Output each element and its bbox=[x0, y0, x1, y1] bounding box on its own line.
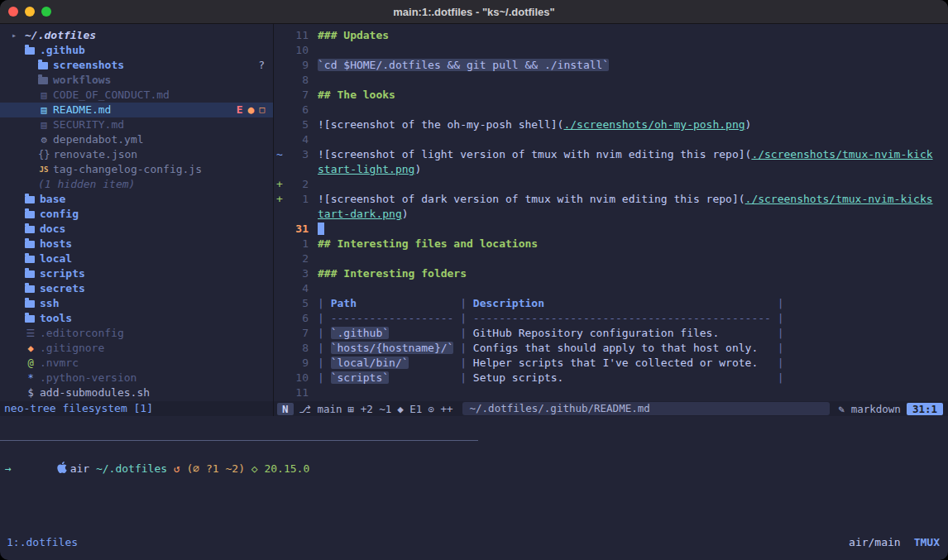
editor-line[interactable]: +2 bbox=[274, 177, 948, 192]
tree-item[interactable]: docs bbox=[0, 222, 273, 237]
tree-item[interactable]: *.python-version bbox=[0, 371, 273, 385]
editor-line[interactable]: 3### Interesting folders bbox=[274, 266, 948, 281]
tree-item[interactable]: ▤README.mdE●□ bbox=[0, 103, 273, 117]
editor-line[interactable]: 9| `local/bin/` | Helper scripts that I'… bbox=[274, 356, 948, 371]
item-markers: ? bbox=[258, 58, 265, 73]
tree-item[interactable]: tools bbox=[0, 311, 273, 326]
line-text: tart-dark.png) bbox=[309, 207, 409, 222]
line-text bbox=[309, 73, 318, 88]
diagnostics-count: E1 bbox=[409, 403, 422, 415]
editor-line[interactable]: 4 bbox=[274, 132, 948, 147]
line-number: 10 bbox=[287, 371, 309, 385]
line-text: ![screenshot of light version of tmux wi… bbox=[309, 147, 933, 162]
tree-item[interactable]: config bbox=[0, 207, 273, 222]
tmux-statusbar: 1:.dotfiles air/main TMUX bbox=[0, 534, 948, 560]
editor-line[interactable]: +1![screenshot of dark version of tmux w… bbox=[274, 192, 948, 207]
line-text: ## Interesting files and locations bbox=[309, 237, 538, 251]
editor-line[interactable]: 7| `.github` | GitHub Repository configu… bbox=[274, 326, 948, 341]
tree-item[interactable]: {}renovate.json bbox=[0, 147, 273, 162]
item-markers: E●□ bbox=[237, 103, 265, 117]
editor-line[interactable]: 6| ------------------- | ---------------… bbox=[274, 311, 948, 326]
tree-item-label: workflows bbox=[53, 73, 111, 88]
tree-item[interactable]: ◆.gitignore bbox=[0, 341, 273, 356]
line-text: start-light.png) bbox=[309, 162, 421, 177]
tree-item[interactable]: screenshots? bbox=[0, 58, 273, 73]
line-text: | `local/bin/` | Helper scripts that I'v… bbox=[309, 356, 784, 371]
editor-line[interactable]: 8 bbox=[274, 73, 948, 88]
prompt-segment: ◇ 20.15.0 bbox=[251, 462, 309, 475]
tree-item[interactable]: ☰.editorconfig bbox=[0, 326, 273, 341]
editor-line[interactable]: 5![screenshot of the oh-my-posh shell](.… bbox=[274, 117, 948, 132]
editor-buffer[interactable]: 11### Updates109`cd $HOME/.dotfiles && g… bbox=[274, 24, 948, 401]
line-text: ![screenshot of the oh-my-posh shell](./… bbox=[309, 117, 751, 132]
line-text bbox=[309, 251, 318, 266]
tree-item[interactable]: ▤CODE_OF_CONDUCT.md bbox=[0, 88, 273, 103]
line-number: 7 bbox=[287, 326, 309, 341]
tree-item-label: tag-changelog-config.js bbox=[53, 162, 202, 177]
expander-icon[interactable]: ▸ bbox=[12, 28, 20, 43]
editor-line[interactable]: 6 bbox=[274, 103, 948, 117]
gear-icon: ⚙ bbox=[38, 132, 50, 147]
editor-line[interactable]: 31 bbox=[274, 222, 948, 237]
gutter-sign bbox=[274, 237, 287, 251]
tree-item[interactable]: workflows bbox=[0, 73, 273, 88]
cursor-position: 31:1 bbox=[907, 403, 943, 415]
tree-item[interactable]: ssh bbox=[0, 296, 273, 311]
gutter-sign bbox=[274, 162, 287, 177]
gutter-sign bbox=[274, 28, 287, 43]
zoom-button[interactable] bbox=[41, 7, 51, 17]
tree-item-label: .github bbox=[40, 43, 85, 58]
tree-item-label: add-submodules.sh bbox=[40, 385, 150, 400]
minimize-button[interactable] bbox=[25, 7, 35, 17]
editor-panel: 11### Updates109`cd $HOME/.dotfiles && g… bbox=[273, 24, 948, 416]
tree-item[interactable]: base bbox=[0, 192, 273, 207]
folder-icon bbox=[25, 241, 35, 248]
editor-line[interactable]: 11### Updates bbox=[274, 28, 948, 43]
tree-item[interactable]: ▤SECURITY.md bbox=[0, 117, 273, 132]
tree-item[interactable]: .github bbox=[0, 43, 273, 58]
tree-item[interactable]: @.nvmrc bbox=[0, 356, 273, 371]
tree-item[interactable]: ⚙dependabot.yml bbox=[0, 132, 273, 147]
line-text: | Path | Description | bbox=[309, 296, 784, 311]
file-md-icon: ▤ bbox=[38, 117, 50, 132]
line-text bbox=[309, 385, 318, 400]
neo-tree-panel: ▸~/.dotfiles.githubscreenshots?workflows… bbox=[0, 24, 273, 416]
editor-line[interactable]: tart-dark.png) bbox=[274, 207, 948, 222]
editor-line[interactable]: 2 bbox=[274, 251, 948, 266]
tree-item-label: .gitignore bbox=[40, 341, 104, 356]
editor-line[interactable]: 10 bbox=[274, 43, 948, 58]
line-number: 4 bbox=[287, 281, 309, 296]
line-text: ## The looks bbox=[309, 88, 395, 103]
editor-line[interactable]: 1## Interesting files and locations bbox=[274, 237, 948, 251]
tree-item[interactable]: ▸~/.dotfiles bbox=[0, 28, 273, 43]
tree-item[interactable]: hosts bbox=[0, 237, 273, 251]
tree-item-label: CODE_OF_CONDUCT.md bbox=[53, 88, 170, 103]
file-tree: ▸~/.dotfiles.githubscreenshots?workflows… bbox=[0, 24, 273, 401]
editor-line[interactable]: 4 bbox=[274, 281, 948, 296]
gutter-sign bbox=[274, 222, 287, 237]
tmux-window-item[interactable]: 1:.dotfiles bbox=[7, 535, 78, 550]
editor-line[interactable]: ~3![screenshot of light version of tmux … bbox=[274, 147, 948, 162]
tree-item[interactable]: $add-submodules.sh bbox=[0, 385, 273, 400]
tree-item[interactable]: JStag-changelog-config.js bbox=[0, 162, 273, 177]
editor-line[interactable]: start-light.png) bbox=[274, 162, 948, 177]
line-text bbox=[309, 103, 318, 117]
extra-icon: ⊙ bbox=[428, 403, 434, 415]
line-number bbox=[287, 162, 309, 177]
editor-line[interactable]: 5| Path | Description | bbox=[274, 296, 948, 311]
close-button[interactable] bbox=[8, 7, 18, 17]
editor-line[interactable]: 7## The looks bbox=[274, 88, 948, 103]
diagnostics-segment: ◆ E1 bbox=[397, 403, 422, 415]
tree-item[interactable]: scripts bbox=[0, 266, 273, 281]
editor-line[interactable]: 8| `hosts/{hostname}/` | Configs that sh… bbox=[274, 341, 948, 356]
tree-item[interactable]: local bbox=[0, 251, 273, 266]
editor-line[interactable]: 11 bbox=[274, 385, 948, 400]
tree-item[interactable]: secrets bbox=[0, 281, 273, 296]
folder-icon bbox=[25, 211, 35, 218]
editor-line[interactable]: 10| `scripts` | Setup scripts. | bbox=[274, 371, 948, 385]
folder-icon bbox=[25, 270, 35, 278]
terminal-window: main:1:.dotfiles - "ks~/.dotfiles" ▸~/.d… bbox=[0, 0, 948, 560]
editor-line[interactable]: 9`cd $HOME/.dotfiles && git pull && ./in… bbox=[274, 58, 948, 73]
tree-item[interactable]: (1 hidden item) bbox=[0, 177, 273, 192]
extra-segment: ⊙ ++ bbox=[428, 403, 452, 415]
